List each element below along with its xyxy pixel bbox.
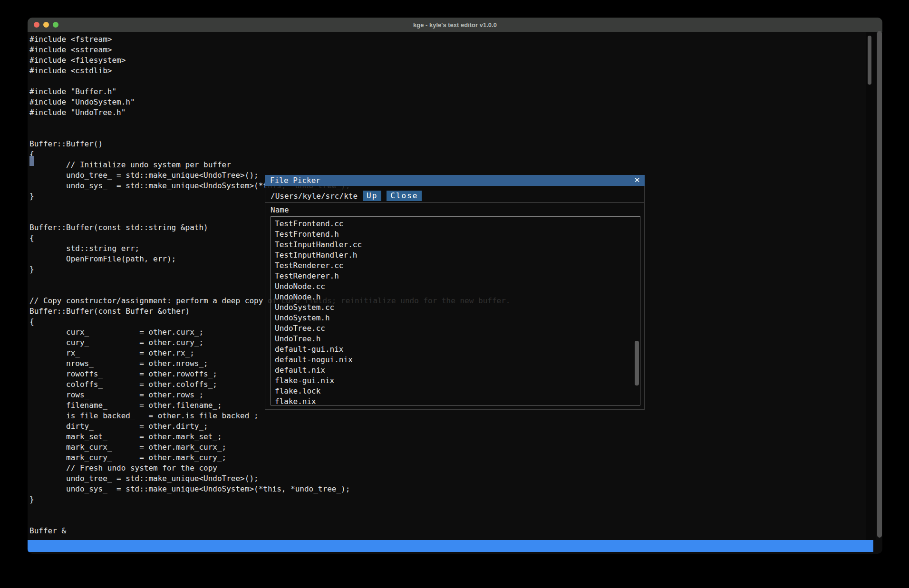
minimize-window-icon[interactable] [43,22,49,28]
file-item[interactable]: UndoTree.h [275,334,640,344]
file-item[interactable]: UndoNode.h [275,292,640,302]
window-title: kge - kyle's text editor v1.0.0 [413,21,497,29]
file-item[interactable]: default-nogui.nix [275,355,640,365]
file-item[interactable]: flake.nix [275,396,640,405]
file-item[interactable]: TestRenderer.cc [275,260,640,271]
window-scrollbar-thumb[interactable] [877,31,882,538]
status-version-file: kge v1.0.0 [1/1] Buffer.cc 486L [32,552,179,554]
code-line: mark_set_ = other.mark_set_; [29,432,882,442]
file-picker-title: File Picker [270,176,320,185]
file-item[interactable]: UndoSystem.h [275,313,640,323]
code-line: Buffer::Buffer() [29,139,882,149]
file-list-scrollbar-thumb[interactable] [635,341,639,386]
code-line: { [29,149,882,160]
path-divider [265,202,644,203]
file-item[interactable]: TestRenderer.h [275,271,640,281]
file-item[interactable]: TestFrontend.h [275,229,640,240]
code-line: is_file_backed_ = other.is_file_backed_; [29,411,882,421]
code-line: } [29,494,882,505]
code-line: mark_curx_ = other.mark_curx_; [29,442,882,453]
code-line [29,128,882,139]
code-line: // Fresh undo system for the copy [29,463,882,473]
file-list[interactable]: TestFrontend.ccTestFrontend.hTestInputHa… [271,216,640,405]
file-item[interactable]: flake.lock [275,386,640,396]
zoom-window-icon[interactable] [53,22,58,28]
code-line: undo_tree_ = std::make_unique<UndoTree>(… [29,473,882,484]
file-item[interactable]: TestInputHandler.h [275,250,640,260]
file-item[interactable]: UndoTree.cc [275,323,640,334]
code-line: #include "UndoSystem.h" [29,97,882,107]
code-line: #include <cstdlib> [29,66,882,76]
editor-scrollbar-track[interactable] [866,32,876,540]
text-cursor [29,156,34,166]
status-bar: kge v1.0.0 [1/1] Buffer.cc 486L Open Fil… [28,540,873,552]
traffic-lights [34,22,58,28]
current-path: /Users/kyle/src/kte [271,192,358,201]
file-item[interactable]: TestInputHandler.cc [275,240,640,250]
dialog-close-icon[interactable]: ✕ [633,176,641,184]
close-window-icon[interactable] [34,22,39,28]
file-item[interactable]: TestFrontend.cc [275,219,640,229]
code-line: Buffer & [29,526,882,536]
code-line [29,76,882,87]
code-line [29,515,882,526]
file-item[interactable]: UndoSystem.cc [275,302,640,313]
code-line: #include <filesystem> [29,55,882,66]
up-button[interactable]: Up [363,191,381,201]
code-line [29,118,882,128]
column-header-name: Name [271,205,640,215]
code-line: #include "UndoTree.h" [29,107,882,118]
file-picker-titlebar[interactable]: File Picker ✕ [265,175,645,186]
file-item[interactable]: UndoNode.cc [275,281,640,292]
close-button[interactable]: Close [387,191,422,201]
code-line: #include <fstream> [29,34,882,45]
editor-window: kge - kyle's text editor v1.0.0 #include… [28,18,882,554]
file-item[interactable]: flake-gui.nix [275,376,640,386]
code-line: mark_cury_ = other.mark_cury_; [29,453,882,463]
file-item[interactable]: default.nix [275,365,640,376]
file-item[interactable]: default-gui.nix [275,344,640,355]
file-picker-body: /Users/kyle/src/kte Up Close Name TestFr… [265,186,644,409]
editor-scrollbar-thumb[interactable] [868,36,871,85]
code-line: undo_sys_ = std::make_unique<UndoSystem>… [29,484,882,494]
file-picker-dialog: File Picker ✕ /Users/kyle/src/kte Up Clo… [265,175,645,410]
code-line: // Initialize undo system per buffer [29,160,882,170]
window-titlebar[interactable]: kge - kyle's text editor v1.0.0 [28,18,882,32]
code-line [29,505,882,515]
code-line: dirty_ = other.dirty_; [29,421,882,432]
code-line: #include "Buffer.h" [29,87,882,97]
code-line: #include <sstream> [29,45,882,55]
